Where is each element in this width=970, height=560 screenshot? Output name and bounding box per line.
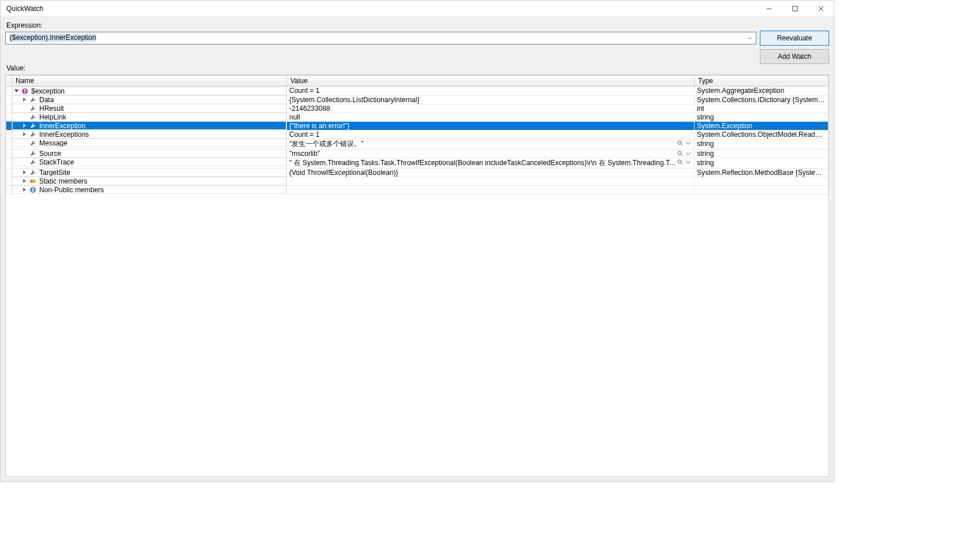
name-cell[interactable]: Message xyxy=(12,139,286,147)
row-gutter xyxy=(6,168,12,177)
row-name-text: Source xyxy=(39,150,61,158)
table-row[interactable]: Static members xyxy=(6,177,829,185)
row-name-text: InnerException xyxy=(39,122,85,130)
table-row[interactable]: InnerException{"there is an error!"}Syst… xyxy=(6,121,829,130)
magnifier-icon[interactable] xyxy=(677,140,684,147)
value-cell[interactable]: Count = 1 xyxy=(287,87,695,96)
type-cell[interactable]: int xyxy=(695,104,829,113)
minimize-button[interactable] xyxy=(756,1,782,17)
row-type-text: string xyxy=(697,150,714,158)
value-cell[interactable]: {System.Collections.ListDictionaryIntern… xyxy=(287,95,695,104)
watch-grid[interactable]: Name Value Type $exceptionCount = 1Syste… xyxy=(6,75,829,195)
name-cell[interactable]: TargetSite xyxy=(12,168,286,177)
value-cell[interactable]: {Void ThrowIfExceptional(Boolean)} xyxy=(287,168,695,177)
type-cell[interactable]: System.Collections.ObjectModel.ReadOnlyC… xyxy=(695,130,829,139)
value-cell[interactable]: " 在 System.Threading.Tasks.Task.ThrowIfE… xyxy=(287,158,695,168)
table-row[interactable]: HelpLinknullstring xyxy=(6,113,829,121)
type-cell[interactable]: string xyxy=(695,139,829,149)
close-icon xyxy=(818,6,824,12)
expand-icon[interactable] xyxy=(21,131,28,138)
table-row[interactable]: HResult-2146233088int xyxy=(6,104,829,113)
table-row[interactable]: $exceptionCount = 1System.AggregateExcep… xyxy=(6,87,829,96)
value-cell[interactable]: {"there is an error!"} xyxy=(287,121,695,130)
table-row[interactable]: Message"发生一个或多个错误。"string xyxy=(6,139,829,149)
type-cell[interactable] xyxy=(695,177,829,185)
type-cell[interactable]: string xyxy=(695,149,829,158)
type-cell[interactable]: System.Reflection.MethodBase {System.Ref… xyxy=(695,168,829,177)
row-gutter xyxy=(6,87,12,96)
wrench-icon xyxy=(29,169,37,177)
wrench-icon xyxy=(29,104,37,113)
reevaluate-button[interactable]: Reevaluate xyxy=(760,31,829,46)
visualizer-dropdown-icon[interactable] xyxy=(685,140,692,147)
table-row[interactable]: Non-Public members xyxy=(6,185,829,194)
row-type-text: string xyxy=(697,113,714,121)
row-value-text: Count = 1 xyxy=(289,130,319,139)
table-row[interactable]: StackTrace" 在 System.Threading.Tasks.Tas… xyxy=(6,158,829,168)
row-name-text: Message xyxy=(39,139,68,147)
collapse-icon[interactable] xyxy=(13,88,20,95)
table-row[interactable]: Source"mscorlib"string xyxy=(6,149,829,158)
wrench-sel-icon xyxy=(29,122,37,130)
name-cell[interactable]: Data xyxy=(12,95,286,104)
row-type-text: System.Reflection.MethodBase {System.Ref… xyxy=(697,169,829,177)
expression-left: Expression: ($exception).InnerException xyxy=(5,19,756,44)
name-cell[interactable]: StackTrace xyxy=(12,158,286,166)
grid-header-name[interactable]: Name xyxy=(12,76,287,87)
expression-input[interactable] xyxy=(5,32,756,44)
quickwatch-window: QuickWatch Expression: ($excep xyxy=(0,0,834,482)
content-area: Expression: ($exception).InnerException … xyxy=(1,17,834,481)
value-visualizer[interactable] xyxy=(677,150,692,158)
name-cell[interactable]: InnerExceptions xyxy=(12,130,286,139)
wrench-icon xyxy=(29,130,37,139)
type-cell[interactable]: System.AggregateException xyxy=(695,87,829,96)
grid-header-gutter xyxy=(6,76,12,87)
grid-header-value[interactable]: Value xyxy=(287,76,695,87)
add-watch-button[interactable]: Add Watch xyxy=(760,49,829,64)
row-gutter xyxy=(6,149,12,158)
grid-header-type[interactable]: Type xyxy=(695,76,829,87)
table-row[interactable]: InnerExceptionsCount = 1System.Collectio… xyxy=(6,130,829,139)
row-type-text: System.Exception xyxy=(697,122,752,130)
type-cell[interactable]: string xyxy=(695,158,829,168)
svg-rect-0 xyxy=(793,6,797,11)
expand-icon[interactable] xyxy=(21,186,28,193)
expression-dropdown[interactable] xyxy=(745,33,755,43)
row-value-text: null xyxy=(289,113,300,121)
type-cell[interactable]: System.Collections.IDictionary {System.C… xyxy=(695,95,829,104)
name-cell[interactable]: InnerException xyxy=(12,121,286,130)
titlebar: QuickWatch xyxy=(1,1,834,17)
value-cell[interactable]: Count = 1 xyxy=(287,130,695,139)
value-cell[interactable]: -2146233088 xyxy=(287,104,695,113)
close-button[interactable] xyxy=(808,1,834,17)
type-cell[interactable] xyxy=(695,185,829,194)
name-cell[interactable]: Non-Public members xyxy=(12,185,286,194)
type-cell[interactable]: string xyxy=(695,113,829,121)
table-row[interactable]: TargetSite{Void ThrowIfExceptional(Boole… xyxy=(6,168,829,177)
name-cell[interactable]: HelpLink xyxy=(12,113,286,121)
value-cell[interactable]: "mscorlib" xyxy=(287,149,695,158)
visualizer-dropdown-icon[interactable] xyxy=(685,150,692,157)
type-cell[interactable]: System.Exception xyxy=(695,121,829,130)
name-cell[interactable]: $exception xyxy=(12,87,286,95)
row-gutter xyxy=(6,104,12,113)
name-cell[interactable]: Static members xyxy=(12,177,286,185)
expand-icon xyxy=(21,105,28,112)
maximize-button[interactable] xyxy=(782,1,808,17)
exception-icon xyxy=(21,87,29,95)
table-row[interactable]: Data{System.Collections.ListDictionaryIn… xyxy=(6,95,829,104)
value-cell[interactable]: null xyxy=(287,113,695,121)
value-cell[interactable]: "发生一个或多个错误。" xyxy=(287,139,695,149)
row-type-text: string xyxy=(697,159,714,167)
expand-icon[interactable] xyxy=(21,178,28,185)
expand-icon[interactable] xyxy=(21,122,28,129)
value-cell[interactable] xyxy=(287,177,695,185)
value-cell[interactable] xyxy=(287,185,695,194)
name-cell[interactable]: HResult xyxy=(12,104,286,113)
value-visualizer[interactable] xyxy=(677,139,692,147)
expand-icon[interactable] xyxy=(21,169,28,176)
expand-icon[interactable] xyxy=(21,96,28,103)
magnifier-icon[interactable] xyxy=(677,150,684,157)
name-cell[interactable]: Source xyxy=(12,149,286,158)
row-gutter xyxy=(6,158,12,168)
